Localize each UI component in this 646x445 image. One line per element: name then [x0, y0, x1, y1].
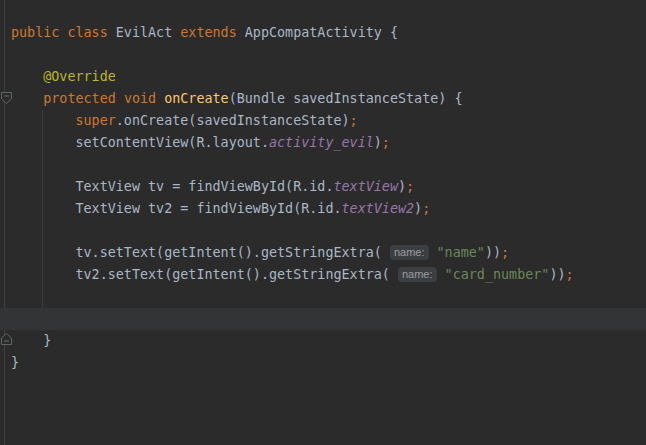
code-line[interactable]: TextView tv2 = findViewById(R.id.textVie… — [0, 198, 646, 220]
code-token-def: )) — [485, 245, 501, 260]
parameter-name-hint-chip[interactable]: name: — [398, 267, 437, 282]
code-line[interactable]: TextView tv = findViewById(R.id.textView… — [0, 176, 646, 198]
code-line[interactable]: public class EvilAct extends AppCompatAc… — [0, 22, 646, 44]
code-token-def: } — [11, 355, 19, 370]
code-line[interactable] — [0, 44, 646, 66]
code-line[interactable]: @Override — [0, 66, 646, 88]
code-line[interactable]: super.onCreate(savedInstanceState); — [0, 110, 646, 132]
caret-line[interactable] — [0, 308, 646, 330]
code-token-ann: @Override — [43, 69, 116, 84]
code-line[interactable] — [0, 286, 646, 308]
code-token-def — [11, 91, 43, 106]
code-line[interactable]: setContentView(R.layout.activity_evil); — [0, 132, 646, 154]
code-lines: public class EvilAct extends AppCompatAc… — [0, 22, 646, 374]
code-token-def — [116, 91, 124, 106]
code-line[interactable]: tv2.setText(getIntent().getStringExtra( … — [0, 264, 646, 286]
code-token-def: setContentView(R.layout. — [11, 135, 269, 150]
code-token-def — [429, 245, 437, 260]
code-token-kw: void — [124, 91, 156, 106]
code-token-def — [156, 91, 164, 106]
code-token-semi: ; — [350, 113, 358, 128]
code-token-def: .onCreate(savedInstanceState) — [116, 113, 350, 128]
code-token-def: } — [11, 333, 51, 348]
code-line[interactable]: tv.setText(getIntent().getStringExtra( n… — [0, 242, 646, 264]
code-token-def: ) — [414, 201, 422, 216]
code-token-def: )) — [549, 267, 565, 282]
code-token-mth: onCreate — [164, 91, 229, 106]
code-token-semi: ; — [566, 267, 574, 282]
code-token-fld: textView2 — [342, 201, 415, 216]
code-token-str: "name" — [437, 245, 485, 260]
code-token-fld: textView — [333, 179, 398, 194]
code-token-def: ) — [374, 135, 382, 150]
code-line[interactable]: protected void onCreate(Bundle savedInst… — [0, 88, 646, 110]
code-token-semi: ; — [422, 201, 430, 216]
code-line[interactable]: } — [0, 352, 646, 374]
code-line[interactable] — [0, 220, 646, 242]
code-token-kw: public — [11, 25, 59, 40]
code-token-def: EvilAct — [108, 25, 181, 40]
code-token-def — [437, 267, 445, 282]
code-line[interactable]: } — [0, 330, 646, 352]
code-token-def: TextView tv2 = findViewById(R.id. — [11, 201, 342, 216]
code-token-def: tv.setText(getIntent().getStringExtra( — [11, 245, 390, 260]
code-token-kw: protected — [43, 91, 116, 106]
parameter-name-hint-chip[interactable]: name: — [390, 245, 429, 260]
code-token-def — [11, 69, 43, 84]
code-token-kw: extends — [180, 25, 236, 40]
code-token-def: tv2.setText(getIntent().getStringExtra( — [11, 267, 398, 282]
code-token-fld: activity_evil — [269, 135, 374, 150]
code-token-semi: ; — [382, 135, 390, 150]
code-line[interactable] — [0, 154, 646, 176]
code-token-def: AppCompatActivity { — [237, 25, 398, 40]
code-token-def: TextView tv = findViewById(R.id. — [11, 179, 333, 194]
code-token-def: ) — [398, 179, 406, 194]
code-token-str: "card_number" — [445, 267, 550, 282]
code-token-def: (Bundle savedInstanceState) { — [229, 91, 463, 106]
code-token-kw: class — [67, 25, 107, 40]
code-token-def — [11, 113, 76, 128]
code-token-semi: ; — [406, 179, 414, 194]
code-token-semi: ; — [501, 245, 509, 260]
code-editor[interactable]: public class EvilAct extends AppCompatAc… — [0, 0, 646, 445]
code-token-kw: super — [76, 113, 116, 128]
